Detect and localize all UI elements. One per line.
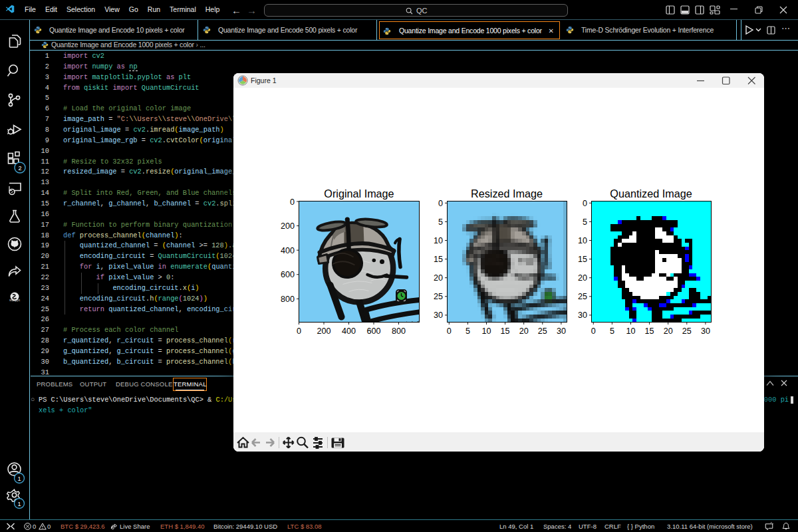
svg-text:0: 0 [297, 327, 301, 336]
svg-text:25: 25 [434, 292, 443, 301]
svg-text:2: 2 [18, 165, 21, 172]
svg-text:20: 20 [664, 327, 673, 336]
svg-text:1: 1 [17, 475, 21, 482]
svg-text:0: 0 [290, 198, 295, 207]
svg-text:20: 20 [519, 327, 529, 336]
svg-text:800: 800 [392, 327, 406, 336]
svg-text:0: 0 [438, 199, 443, 208]
svg-text:15: 15 [501, 327, 510, 336]
svg-text:5: 5 [438, 217, 443, 227]
svg-text:25: 25 [682, 327, 692, 336]
svg-text:200: 200 [317, 327, 331, 336]
svg-text:15: 15 [434, 255, 443, 264]
svg-text:30: 30 [578, 311, 587, 320]
svg-text:0: 0 [447, 327, 452, 336]
svg-text:25: 25 [538, 327, 547, 336]
svg-text:400: 400 [342, 327, 356, 336]
svg-text:200: 200 [281, 221, 295, 231]
svg-text:1: 1 [17, 501, 21, 507]
svg-text:600: 600 [366, 327, 380, 336]
svg-text:25: 25 [578, 292, 587, 301]
svg-text:600: 600 [281, 270, 295, 279]
svg-text:10: 10 [481, 327, 491, 336]
svg-text:Resized Image: Resized Image [471, 188, 543, 200]
svg-text:800: 800 [281, 295, 295, 304]
svg-text:30: 30 [701, 327, 710, 336]
svg-text:10: 10 [578, 236, 587, 245]
svg-text:10: 10 [434, 236, 443, 245]
svg-text:5: 5 [610, 327, 614, 336]
svg-text:5: 5 [466, 327, 470, 336]
svg-text:5: 5 [583, 217, 587, 227]
svg-text:10: 10 [626, 327, 635, 336]
svg-text:15: 15 [645, 327, 654, 336]
svg-text:0: 0 [591, 327, 596, 336]
svg-text:sCrypt: sCrypt [9, 298, 20, 302]
svg-text:30: 30 [434, 311, 443, 320]
svg-text:0: 0 [583, 199, 587, 208]
svg-text:20: 20 [578, 273, 587, 283]
svg-text:Quantized Image: Quantized Image [610, 188, 692, 200]
svg-text:400: 400 [281, 246, 295, 255]
svg-text:20: 20 [434, 273, 443, 283]
svg-text:15: 15 [578, 255, 587, 264]
svg-text:Figure 1: Figure 1 [251, 76, 277, 84]
svg-text:Original Image: Original Image [324, 188, 394, 200]
svg-text:30: 30 [557, 327, 566, 336]
